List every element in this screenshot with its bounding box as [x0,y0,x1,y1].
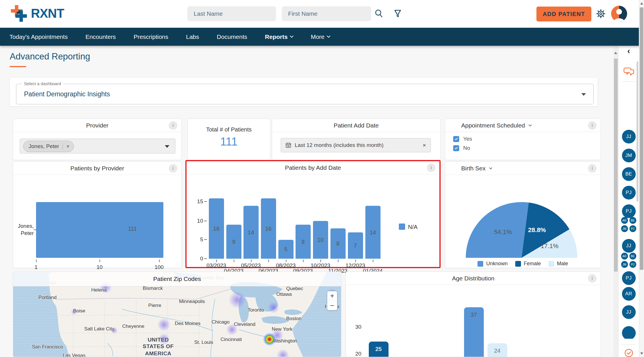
cluster-avatar-BE[interactable]: BE [629,217,636,224]
add-date-filter-card: Patient Add Date Last 12 months (include… [272,119,441,160]
cluster-avatar-PJ[interactable]: PJ [629,225,636,232]
chevron-down-icon[interactable] [165,145,169,148]
add-patient-button[interactable]: ADD PATIENT [536,7,591,21]
map-country-label: STATES OF [143,343,174,350]
provider-chip[interactable]: Jones, Peter × [23,141,74,152]
map-zoom-in-button[interactable]: + [327,291,337,301]
scroll-up-icon[interactable] [614,52,617,54]
checkbox-row-no[interactable]: No [453,145,470,151]
nav-item-encounters[interactable]: Encounters [86,33,116,40]
patients-by-add-date-card: Patients by Add Date i 0510151603/202390… [185,160,441,268]
first-name-input[interactable] [282,6,371,21]
appointment-scheduled-title[interactable]: Appointment Scheduled [461,122,531,129]
chevron-down-icon [489,166,492,169]
sidebar-avatar-PJ[interactable]: PJ [622,186,636,200]
date-range-field[interactable]: Last 12 months (includes this month) × [281,138,431,152]
chat-bubbles-icon[interactable] [623,67,635,77]
legend-swatch [548,261,554,267]
info-icon[interactable]: i [169,164,177,173]
info-icon[interactable]: i [169,121,177,130]
sidebar-avatar-PJ[interactable]: PJ [622,271,636,285]
map-zoom-out-button[interactable]: − [327,301,337,310]
checkbox-no[interactable] [453,145,459,151]
search-icon[interactable] [374,9,384,19]
nav-item-prescriptions[interactable]: Prescriptions [134,33,168,40]
birth-sex-title[interactable]: Birth Sex [461,165,491,172]
sidebar-avatar-AR[interactable]: AR [622,287,636,301]
window-scrollbar-thumb[interactable] [640,7,643,270]
scroll-up-icon[interactable] [640,2,643,5]
bar-value-label: 37 [471,312,477,318]
x-tick-label: 03/2023 [207,262,226,269]
info-icon[interactable]: i [427,163,435,172]
patients-by-add-date-chart: 0510151603/2023904/20231405/20231606/202… [187,174,439,267]
bar-value-label: 9 [232,238,235,245]
user-avatar[interactable] [611,6,627,22]
legend-label: Unknown [486,261,508,267]
last-name-input[interactable] [187,6,276,21]
chevron-down-icon[interactable] [581,93,586,96]
map-country-label: AMERICA [145,350,171,357]
x-tick [320,260,321,262]
cluster-avatar-PJ[interactable]: PJ [629,261,636,268]
info-icon[interactable]: i [588,121,597,130]
checkbox-row-yes[interactable]: Yes [453,136,472,142]
sidebar-avatar-JJ[interactable]: JJ [622,239,636,253]
check-mark-icon [455,137,458,140]
legend-swatch [477,261,483,267]
checkbox-yes[interactable] [453,136,459,142]
check-circle-icon[interactable] [624,348,634,357]
cluster-avatar-JM[interactable]: JM [621,225,628,232]
cluster-avatar-JM[interactable]: JM [621,261,628,268]
gear-icon[interactable] [596,9,606,19]
nav-item-documents[interactable]: Documents [217,33,247,40]
sidebar-avatar-partial[interactable] [619,326,639,339]
date-range-value: Last 12 months (includes this month) [295,142,423,148]
sidebar-avatar-PJ[interactable]: PJ [622,204,636,218]
y-tick [204,239,207,240]
nav-item-label: Documents [217,33,247,40]
map-city-label: Bismarck [143,286,163,291]
provider-bar[interactable] [36,202,163,258]
sidebar-avatar-JM[interactable]: JM [622,149,636,162]
x-tick [303,260,304,262]
sidebar-avatar-cluster[interactable]: ARBEJMPJ [621,217,637,232]
nav-item-label: Labs [186,33,199,40]
nav-item-today-s-appointments[interactable]: Today's Appointments [9,33,68,40]
x-tick [338,260,338,262]
content-scrollbar[interactable] [613,47,618,357]
sidebar-avatar-BE[interactable]: BE [622,167,636,181]
main-nav: Today's AppointmentsEncountersPrescripti… [0,28,644,46]
y-tick [204,258,207,259]
patient-zip-codes-title: Patient Zip Codes [153,276,201,282]
x-tick [373,260,373,262]
info-icon[interactable]: i [588,164,597,173]
collapse-sidebar-button[interactable]: ‹ [625,47,633,55]
age-distribution-title: Age Distribution [452,275,494,282]
cluster-avatar-AR[interactable]: AR [621,253,628,260]
rxnt-cross-icon [10,4,28,23]
nav-item-labs[interactable]: Labs [186,33,199,40]
content-scrollbar-thumb[interactable] [614,59,618,272]
bar-value-label: 14 [370,229,376,236]
provider-select[interactable]: Jones, Peter × [20,139,175,153]
scroll-down-icon[interactable] [640,352,643,355]
sidebar-avatar-JJ[interactable]: JJ [622,130,636,143]
sidebar-avatar[interactable] [622,326,636,339]
sidebar-avatar-cluster[interactable]: ARBEJMPJ [621,253,637,268]
nav-item-reports[interactable]: Reports [265,33,293,40]
info-icon[interactable]: i [588,274,597,283]
cluster-avatar-AR[interactable]: AR [621,217,628,224]
heatmap-blob [229,291,246,308]
dashboard-select[interactable]: Select a dashboard Patient Demographic I… [16,84,594,104]
appointment-scheduled-card: Appointment Scheduled i YesNo [445,119,601,160]
sidebar-scrollbar-thumb[interactable] [637,61,638,202]
filter-funnel-icon[interactable] [393,9,403,19]
nav-item-more[interactable]: More [311,33,330,40]
cluster-avatar-BE[interactable]: BE [629,253,636,260]
window-scrollbar[interactable] [639,0,644,357]
clear-date-icon[interactable]: × [423,142,426,149]
chip-remove-icon[interactable]: × [63,143,70,149]
rxnt-logo[interactable]: RXNT [10,4,64,23]
sidebar-avatar-JJ[interactable]: JJ [622,305,636,319]
